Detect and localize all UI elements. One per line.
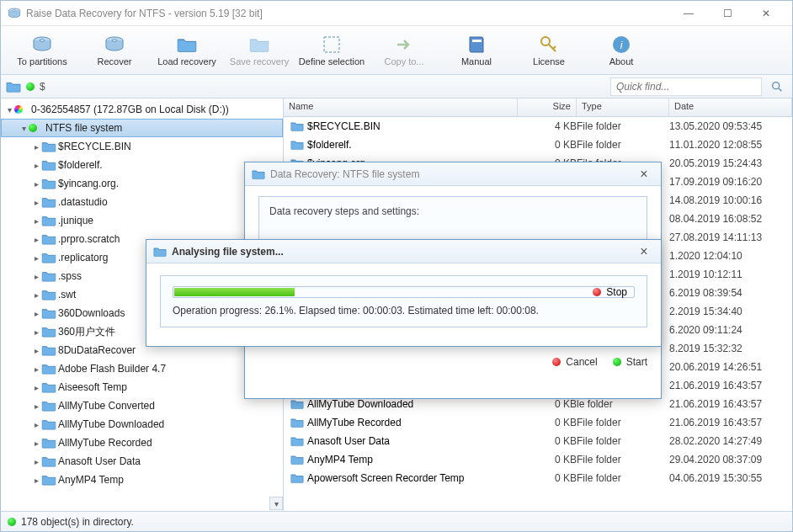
tree-scroll-down[interactable]: ▾ [269,497,283,510]
tree-expander-icon[interactable]: ▾ [4,105,14,114]
license-icon [539,35,559,55]
file-date: 20.06.2019 14:26:51 [669,361,792,373]
tree-expander-icon[interactable]: ▸ [31,253,41,263]
tree-item[interactable]: ▸.datastudio [1,193,283,211]
progress-dialog-close[interactable]: × [634,244,654,259]
maximize-button[interactable]: ☐ [708,1,747,26]
tree-item[interactable]: ▸AllMyTube Downloaded [1,415,283,434]
tree-expander-icon[interactable]: ▸ [31,290,41,300]
tree-item[interactable]: ▸Adobe Flash Builder 4.7 [1,359,283,378]
file-row[interactable]: $folderelf.0 KBFile folder11.01.2020 12:… [284,136,792,154]
file-row[interactable]: Anasoft User Data0 KBFile folder28.02.20… [284,432,792,450]
recovery-dialog-close[interactable]: × [634,167,654,182]
col-type-header[interactable]: Type [577,98,669,116]
tree-item-icon [41,473,56,487]
tree-expander-icon[interactable]: ▸ [31,476,41,485]
tree-expander-icon[interactable]: ▸ [31,272,41,281]
tree-item[interactable]: ▾0-362554857 (172.87GB on Local Disk (D:… [1,100,283,119]
location-path: $ [40,81,605,93]
stop-button[interactable]: Stop [593,286,627,298]
tree-item-icon [41,214,56,227]
tree-item[interactable]: ▸AnyMP4 Temp [1,471,283,489]
progress-dialog-title: Analysing file system... [172,246,634,258]
tree-item[interactable]: ▾NTFS file system [1,119,283,137]
tree-item-label: .replicatorg [56,252,108,263]
toolbar-license-button[interactable]: License [514,29,583,72]
tree-item[interactable]: ▸$folderelf. [1,156,283,174]
tree-item-label: $folderelf. [56,159,103,171]
tree-item[interactable]: ▸Aiseesoft Temp [1,378,283,396]
progress-status: Operation progress: 26.1%. Elapsed time:… [173,305,635,317]
tree-expander-icon[interactable]: ▸ [31,327,41,337]
tree-item[interactable]: ▸$yincang.org. [1,174,283,193]
tree-item-label: Anasoft User Data [56,455,141,467]
quick-find-input[interactable] [610,77,762,96]
tree-item[interactable]: ▸.junique [1,211,283,230]
tree-item-label: .junique [56,215,93,226]
folder-icon [290,417,304,428]
tree-item[interactable]: ▸$RECYCLE.BIN [1,137,283,156]
tree-expander-icon[interactable]: ▸ [31,216,41,226]
file-type: File folder [577,435,669,447]
file-date: 21.06.2019 16:43:57 [669,398,792,410]
start-button[interactable]: Start [613,356,647,368]
toolbar-copy-button: Copy to... [370,29,439,72]
file-size: 0 KB [518,139,577,151]
toolbar-partitions-button[interactable]: To partitions [8,29,77,72]
col-date-header[interactable]: Date [669,98,792,116]
col-name-header[interactable]: Name [284,98,518,116]
define-icon [322,35,342,55]
tree-item-label: .prpro.scratch [56,233,120,245]
tree-expander-icon[interactable]: ▸ [31,346,41,355]
tree-expander-icon[interactable]: ▸ [31,198,41,207]
toolbar-define-button[interactable]: Define selection [297,29,366,72]
tree-expander-icon[interactable]: ▾ [19,124,29,133]
file-row[interactable]: Apowersoft Screen Recorder Temp0 KBFile … [284,469,792,487]
toolbar-about-button[interactable]: About [587,29,656,72]
tree-item-label: AllMyTube Downloaded [56,418,164,430]
minimize-button[interactable]: — [669,1,708,26]
tree-item-icon [41,380,56,394]
tree-expander-icon[interactable]: ▸ [31,161,41,170]
quick-find-button[interactable] [767,77,787,96]
tree-item-icon [41,436,56,450]
tree-expander-icon[interactable]: ▸ [31,420,41,429]
tree-expander-icon[interactable]: ▸ [31,309,41,318]
tree-item[interactable]: ▸AllMyTube Converted [1,396,283,415]
tree-expander-icon[interactable]: ▸ [31,179,41,189]
tree-expander-icon[interactable]: ▸ [31,235,41,244]
file-name: AnyMP4 Temp [307,454,373,466]
folder-icon [290,454,304,466]
file-date: 28.02.2020 14:27:49 [669,435,792,447]
tree-expander-icon[interactable]: ▸ [31,142,41,152]
folder-icon [290,120,304,132]
file-date: 1.2019 10:12:11 [669,269,792,280]
tree-item[interactable]: ▸AllMyTube Recorded [1,434,283,452]
toolbar-save-button: Save recovery [225,29,294,72]
file-row[interactable]: AllMyTube Recorded0 KBFile folder21.06.2… [284,413,792,432]
cancel-button[interactable]: Cancel [552,356,597,368]
col-size-header[interactable]: Size [518,98,577,116]
progress-dialog-titlebar[interactable]: Analysing file system... × [146,240,661,263]
stop-dot-icon [593,288,601,296]
tree-item[interactable]: ▸Anasoft User Data [1,452,283,471]
tree-expander-icon[interactable]: ▸ [31,457,41,466]
about-icon [611,35,631,55]
toolbar-recover-button[interactable]: Recover [80,29,149,72]
file-row[interactable]: $RECYCLE.BIN4 KBFile folder13.05.2020 09… [284,117,792,136]
tree-item-icon [41,251,56,264]
partitions-icon [32,35,52,55]
toolbar-label: To partitions [17,56,67,66]
tree-expander-icon[interactable]: ▸ [31,383,41,392]
toolbar-load-button[interactable]: Load recovery [152,29,221,72]
toolbar-label: Manual [461,56,492,66]
recovery-dialog-titlebar[interactable]: Data Recovery: NTFS file system × [245,162,661,186]
close-button[interactable]: ✕ [747,1,785,26]
file-row[interactable]: AnyMP4 Temp0 KBFile folder29.04.2020 08:… [284,450,792,469]
file-type: File folder [577,472,669,484]
tree-expander-icon[interactable]: ▸ [31,402,41,411]
tree-expander-icon[interactable]: ▸ [31,439,41,448]
toolbar-manual-button[interactable]: Manual [442,29,511,72]
recovery-button-row: Cancel Start [245,349,661,380]
tree-expander-icon[interactable]: ▸ [31,364,41,374]
